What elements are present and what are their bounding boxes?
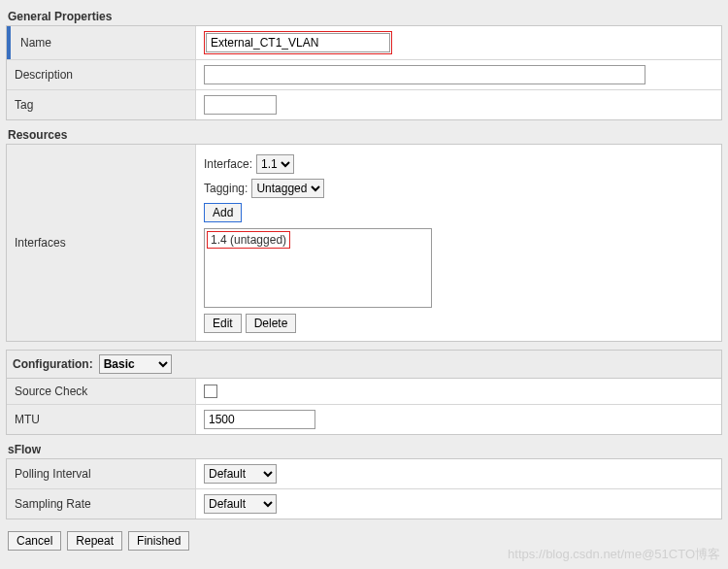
row-polling: Polling Interval Default — [7, 459, 721, 489]
name-input[interactable] — [206, 33, 390, 52]
section-title-resources: Resources — [8, 128, 722, 142]
label-polling: Polling Interval — [7, 459, 196, 488]
section-title-sflow: sFlow — [8, 443, 722, 456]
edit-button[interactable]: Edit — [204, 314, 242, 333]
tag-input[interactable] — [204, 95, 277, 115]
tagging-select[interactable]: Untagged — [251, 179, 324, 198]
row-mtu: MTU — [7, 405, 721, 434]
label-description: Description — [7, 60, 196, 89]
configuration-bar: Configuration: Basic — [6, 350, 722, 378]
row-tag: Tag — [7, 90, 721, 119]
resources-panel: Interfaces Interface: 1.1 Tagging: Untag… — [6, 144, 722, 342]
row-interfaces: Interfaces Interface: 1.1 Tagging: Untag… — [7, 145, 721, 341]
configuration-select[interactable]: Basic — [99, 354, 172, 374]
label-mtu: MTU — [7, 405, 196, 434]
name-input-highlight — [204, 31, 392, 54]
row-source-check: Source Check — [7, 379, 721, 405]
finished-button[interactable]: Finished — [128, 531, 189, 551]
configuration-label: Configuration: — [13, 357, 93, 371]
sflow-panel: Polling Interval Default Sampling Rate D… — [6, 458, 722, 519]
interfaces-listbox[interactable]: 1.4 (untagged) — [204, 228, 432, 308]
add-button[interactable]: Add — [204, 203, 242, 222]
section-title-general: General Properties — [8, 10, 722, 23]
list-item[interactable]: 1.4 (untagged) — [207, 231, 290, 249]
cancel-button[interactable]: Cancel — [8, 531, 61, 551]
label-interfaces: Interfaces — [7, 145, 196, 341]
label-name: Name — [7, 26, 196, 59]
label-source-check: Source Check — [7, 379, 196, 404]
row-description: Description — [7, 60, 721, 90]
row-sampling: Sampling Rate Default — [7, 489, 721, 519]
interface-label: Interface: — [204, 157, 252, 171]
polling-select[interactable]: Default — [204, 464, 277, 484]
tagging-label: Tagging: — [204, 182, 248, 195]
configuration-panel: Source Check MTU — [6, 378, 722, 435]
label-sampling: Sampling Rate — [7, 489, 196, 519]
description-input[interactable] — [204, 65, 645, 84]
row-name: Name — [7, 26, 721, 60]
interface-select[interactable]: 1.1 — [256, 154, 294, 174]
mtu-input[interactable] — [204, 410, 315, 429]
general-panel: Name Description Tag — [6, 25, 722, 120]
delete-button[interactable]: Delete — [246, 314, 297, 333]
sampling-select[interactable]: Default — [204, 494, 277, 514]
label-tag: Tag — [7, 90, 196, 119]
footer-buttons: Cancel Repeat Finished — [6, 527, 722, 551]
repeat-button[interactable]: Repeat — [67, 531, 122, 551]
source-check-checkbox[interactable] — [204, 385, 217, 398]
